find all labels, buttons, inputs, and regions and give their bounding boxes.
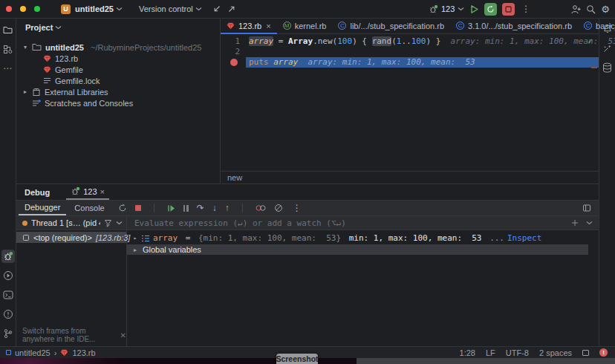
problems-tool-icon[interactable] — [1, 308, 15, 321]
macos-close-button[interactable] — [6, 6, 12, 12]
variable-row-array[interactable]: ▸ array = {min: 1, max: 100, mean: 53} m… — [127, 233, 599, 244]
indent-widget[interactable]: 2 spaces — [539, 348, 572, 357]
search-everywhere-icon[interactable] — [586, 4, 596, 14]
project-root-path: ~/RubymineProjects/untitled25 — [91, 43, 202, 52]
run-tool-icon[interactable] — [1, 269, 15, 282]
tab-basic-specification[interactable]: C basic_speci — [578, 18, 615, 33]
project-panel-title[interactable]: Project — [25, 23, 53, 32]
tree-item-external-libraries[interactable]: ▸ External Libraries — [16, 86, 220, 97]
tree-item-project-root[interactable]: ▾ untitled25 ~/RubymineProjects/untitled… — [16, 42, 220, 53]
code-line-3-execution[interactable]: puts array array: min: 1, max: 100, mean… — [246, 57, 599, 68]
tab-close-icon[interactable]: × — [266, 22, 270, 30]
tree-item-file[interactable]: 123.rb — [16, 53, 220, 64]
inspections-ok-icon[interactable]: ✓ — [588, 36, 593, 46]
tree-item-file[interactable]: Gemfile.lock — [16, 75, 220, 86]
debug-tool-icon[interactable] — [1, 250, 15, 263]
stack-frame-row[interactable]: <top (required)> [123.rb:3] — [16, 232, 126, 243]
project-switcher[interactable]: untitled25 — [75, 4, 114, 13]
terminal-tool-icon[interactable] — [1, 288, 15, 302]
database-tool-icon[interactable] — [601, 61, 614, 74]
tab-close-icon[interactable]: × — [100, 187, 105, 196]
macos-minimize-button[interactable] — [20, 6, 26, 12]
expand-chevron-icon[interactable]: ▸ — [22, 88, 28, 95]
status-breadcrumb-file[interactable]: 123.rb — [72, 348, 95, 357]
title-bar: U untitled25 Version control 123 — [0, 0, 615, 19]
vcs-widget[interactable]: Version control — [139, 4, 193, 13]
step-into-icon[interactable]: ↓ — [212, 204, 217, 212]
pause-icon[interactable] — [183, 205, 189, 212]
breakpoint-icon[interactable] — [230, 59, 238, 66]
screenshot-window-title[interactable]: Screenshot — [276, 354, 318, 364]
code-line-2[interactable] — [246, 47, 599, 57]
thread-selector[interactable]: Thread 1 [s… (pid 43179) — [16, 216, 126, 230]
expand-chevron-icon[interactable]: ▸ — [132, 247, 138, 253]
settings-gear-icon[interactable]: ⚙ — [601, 4, 610, 14]
evaluate-history-chevron-icon[interactable] — [586, 221, 593, 225]
tab-console[interactable]: Console — [68, 201, 110, 215]
right-tool-stripe — [599, 18, 615, 346]
global-variables-row[interactable]: ▸ Global variables — [127, 244, 588, 255]
tab-label: lib/.../stub_specification.rb — [350, 22, 444, 30]
editor-breadcrumbs[interactable]: new — [221, 171, 599, 183]
tab-debugger[interactable]: Debugger — [19, 201, 66, 215]
caret-position-widget[interactable]: 1:28 — [460, 348, 475, 357]
run-button[interactable] — [469, 4, 479, 14]
debugger-more-kebab-icon[interactable]: ⋮ — [291, 203, 303, 213]
run-configuration-selector[interactable]: 123 — [429, 4, 464, 14]
rerun-debug-button[interactable] — [484, 3, 497, 16]
evaluate-expression-field[interactable]: Evaluate expression (↵) or add a watch (… — [127, 216, 599, 230]
readonly-icon[interactable] — [582, 350, 589, 356]
debug-session-tab[interactable]: 123 × — [66, 184, 109, 200]
debug-tab-label: 123 — [83, 187, 97, 196]
resume-icon[interactable] — [167, 204, 175, 212]
encoding-widget[interactable]: UTF-8 — [506, 348, 529, 357]
add-watch-icon[interactable] — [571, 219, 579, 227]
combo-chevron-icon[interactable] — [116, 221, 123, 225]
tab-123rb[interactable]: 123.rb × — [221, 18, 277, 33]
inspect-link[interactable]: Inspect — [507, 233, 541, 243]
hint-text: Switch frames from anywhere in the IDE..… — [22, 327, 117, 343]
step-out-icon[interactable]: ↑ — [225, 204, 230, 212]
breadcrumb-separator: › — [54, 348, 57, 357]
background-window-strip — [357, 358, 615, 364]
more-tool-windows-icon[interactable]: ⋯ — [1, 62, 15, 75]
chevron-down-icon[interactable] — [55, 25, 62, 30]
line-number: 2 — [221, 47, 240, 57]
vcs-update-icon[interactable] — [212, 4, 221, 13]
code-with-me-icon[interactable] — [570, 4, 581, 14]
more-actions-kebab-icon[interactable]: ⋮ — [520, 4, 532, 14]
array-value-icon — [141, 235, 150, 242]
line-ending-widget[interactable]: LF — [486, 348, 495, 357]
ruby-file-icon — [227, 22, 235, 30]
global-variables-label: Global variables — [143, 245, 201, 254]
version-control-tool-icon[interactable] — [1, 327, 15, 340]
error-notification-badge[interactable]: ! — [599, 348, 608, 357]
collapse-chevron-icon[interactable]: ▾ — [22, 44, 28, 51]
hint-close-icon[interactable]: ✕ — [120, 331, 126, 339]
status-breadcrumb-project[interactable]: untitled25 — [15, 348, 51, 357]
filter-icon[interactable] — [104, 219, 112, 227]
code-editor[interactable]: 1 2 array = Array.new(100) { rand(1..100… — [221, 34, 599, 172]
breadcrumb-item[interactable]: new — [227, 173, 242, 182]
expand-chevron-icon[interactable]: ▸ — [132, 235, 138, 241]
structure-tool-icon[interactable] — [1, 42, 15, 56]
variable-summary: {min: 1, max: 100, mean: 53} — [198, 233, 341, 243]
layout-settings-icon[interactable] — [582, 204, 599, 212]
tree-item-scratches[interactable]: Scratches and Consoles — [16, 97, 220, 108]
vcs-push-icon[interactable] — [227, 4, 236, 13]
macos-zoom-button[interactable] — [34, 6, 40, 12]
tree-item-file[interactable]: Gemfile — [16, 64, 220, 75]
code-line-1[interactable]: array = Array.new(100) { rand(1..100) } … — [246, 36, 599, 47]
stop-icon[interactable] — [135, 205, 141, 211]
rerun-icon[interactable] — [118, 204, 127, 212]
variable-value: min: 1, max: 100, mean: 53 — [344, 233, 487, 243]
step-over-icon[interactable]: ↷ — [197, 204, 204, 212]
tab-stub-specification-lib[interactable]: C lib/.../stub_specification.rb — [332, 18, 450, 33]
stop-button[interactable] — [502, 3, 515, 16]
tab-stub-specification-310[interactable]: C 3.1.0/.../stub_specification.rb — [450, 18, 578, 33]
project-tool-icon[interactable] — [1, 23, 15, 36]
view-breakpoints-icon[interactable] — [256, 204, 266, 212]
tab-kernelrb[interactable]: M kernel.rb — [277, 18, 333, 33]
value-ellipsis: ... — [489, 233, 504, 243]
mute-breakpoints-icon[interactable] — [274, 204, 283, 212]
